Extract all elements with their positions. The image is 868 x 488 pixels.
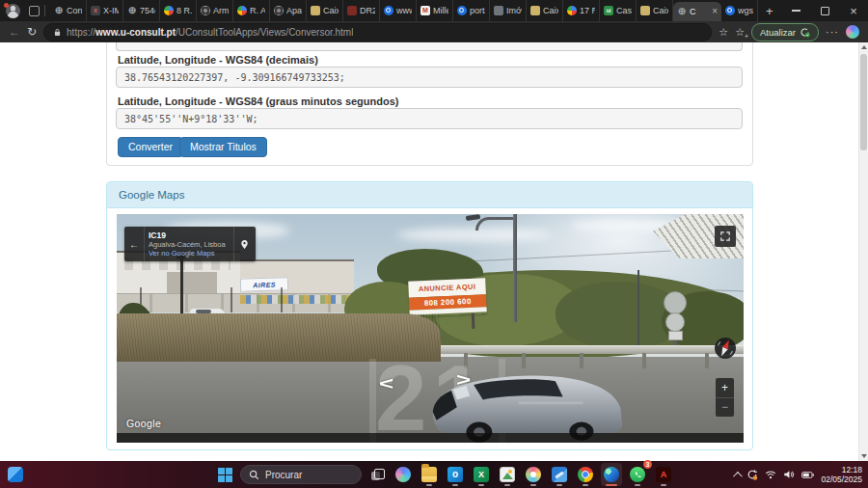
tray-chevron-icon[interactable] [733,471,743,480]
file-explorer-button[interactable] [419,463,440,486]
workspaces-icon[interactable] [29,6,40,16]
edge-icon [604,467,619,482]
browser-tab[interactable]: Casas [600,0,637,21]
tab-label: R. Au [250,6,265,15]
browser-tab[interactable]: R. Au [233,0,270,21]
edge-button[interactable] [601,463,622,486]
tab-label: Conv [67,6,82,15]
browser-tab[interactable]: wgs8 [721,0,758,21]
start-button[interactable] [214,463,235,486]
wifi-icon[interactable] [765,470,776,479]
streetlight-arm [475,217,516,230]
location-card: ← IC19 Agualva-Cacém, Lisboa Ver no Goog… [124,227,256,261]
tab-favicon [54,6,64,15]
close-icon[interactable]: × [839,0,868,21]
sync-tray-icon[interactable] [746,469,758,480]
maximize-icon[interactable] [810,0,839,21]
profile-avatar-icon[interactable] [6,4,20,18]
excel-icon: X [474,467,489,482]
taskbar-search[interactable]: Procurar [240,465,362,484]
convert-button[interactable]: Converter [118,137,183,157]
copilot-icon[interactable] [846,25,859,39]
add-favorite-icon[interactable]: ☆ [735,26,745,39]
tab-label: Caixa [323,6,339,15]
fullscreen-button[interactable] [715,226,736,247]
minimize-icon[interactable] [781,0,810,21]
browser-tab[interactable]: 754d [123,0,160,21]
browser-tab-active[interactable]: C × [673,2,721,21]
traffic-sign-back [664,291,687,314]
page-scrollbar[interactable] [858,42,868,461]
scroll-down-icon[interactable] [861,454,867,458]
update-button[interactable]: Atualizar [751,23,819,41]
navigate-left-arrow[interactable]: < [379,372,393,393]
battery-icon[interactable] [801,471,814,479]
scrollbar-thumb[interactable] [860,54,867,150]
favorite-star-icon[interactable]: ☆ [719,26,728,39]
search-icon [249,470,259,480]
acrobat-icon: A [656,467,671,482]
browser-tab[interactable]: Miller [417,0,453,21]
more-options-icon[interactable]: ··· [826,26,839,38]
copilot-button[interactable] [393,463,414,486]
zoom-in-button[interactable]: + [716,378,734,397]
tab-label: porta [470,6,485,15]
browser-tab[interactable]: www. [380,0,417,21]
excel-button[interactable]: X [471,463,492,486]
browser-tab[interactable]: Caixa [307,0,343,21]
tab-favicon [347,6,357,15]
paint-button[interactable] [523,463,544,486]
navigate-right-arrow[interactable]: > [456,368,471,390]
dms-input[interactable] [116,108,743,129]
address-bar: ← ↻ https://www.u-consult.pt/UConsultToo… [0,21,868,42]
tab-close-icon[interactable]: × [712,7,718,16]
chrome-button[interactable] [575,463,596,486]
refresh-icon[interactable]: ↻ [27,26,37,38]
sync-check-icon [800,27,810,38]
blue-app-button[interactable] [549,463,570,486]
browser-tab[interactable]: DR24 [343,0,380,21]
tab-label: Arma [213,6,229,15]
tab-favicon [567,6,577,15]
outlook-button[interactable]: o [445,463,466,486]
whatsapp-icon [630,467,645,482]
back-icon[interactable]: ← [9,26,20,38]
task-view-icon [371,469,384,481]
street-view[interactable]: AIRES ANUNCIE AQUI 808 200 600 [117,214,744,443]
browser-tab[interactable]: Caixa [527,0,563,21]
tab-label: 754d [140,6,155,15]
zoom-out-button[interactable]: − [716,397,734,418]
compass-control[interactable] [714,337,737,360]
decimal-input[interactable] [116,67,743,88]
fullscreen-icon [719,230,731,242]
volume-icon[interactable] [783,470,795,479]
view-on-google-maps-link[interactable]: Ver no Google Maps [149,249,226,258]
tab-label: Casas [616,6,632,15]
browser-tab[interactable]: Apart [270,0,307,21]
browser-tab[interactable]: 8 R. A [160,0,197,21]
browser-tab[interactable]: Conv [50,0,87,21]
browser-tab[interactable]: porta [453,0,490,21]
stacked-pallets [240,295,356,304]
widgets-icon[interactable] [8,467,23,482]
back-arrow-icon[interactable]: ← [124,227,144,261]
clock[interactable]: 12:18 02/05/2025 [821,465,862,484]
map-pin-icon[interactable] [234,227,256,261]
browser-tab[interactable]: X-IM [87,0,123,21]
photos-button[interactable] [497,463,518,486]
url-field[interactable]: https://www.u-consult.pt/UConsultToolApp… [43,23,712,41]
task-view-button[interactable] [366,463,388,486]
new-tab-button[interactable]: + [766,4,773,18]
acrobat-button[interactable]: A [653,463,674,486]
divider [44,5,45,16]
whatsapp-button[interactable]: 3 [627,463,648,486]
browser-tab[interactable]: 17 R. [563,0,600,21]
cropped-input[interactable] [116,42,743,51]
fence-post [281,287,283,312]
browser-tab[interactable]: Arma [197,0,233,21]
browser-tab[interactable]: Imóv [490,0,527,21]
browser-tab[interactable]: Caixa [637,0,673,21]
show-titles-button[interactable]: Mostrar Titulos [179,137,267,157]
file-explorer-icon [421,467,437,482]
scroll-up-icon[interactable] [861,45,867,49]
